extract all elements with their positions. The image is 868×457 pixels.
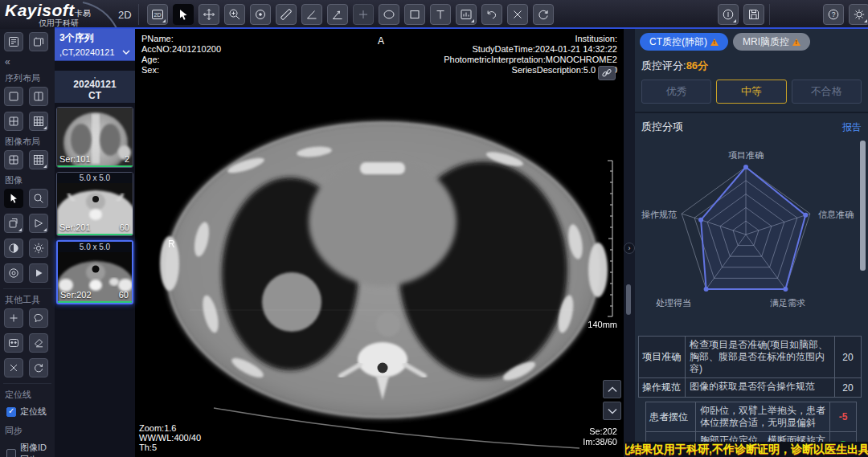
qc-panel-scrollbar-thumb[interactable] [860, 141, 866, 271]
row-deduction: -5 [830, 402, 856, 431]
disclaimer-banner: 此结果仅用于科研,不作诊断证明，诊断以医生出具的诊断 [625, 442, 868, 457]
study-select-dropdown[interactable]: ,CT,20240121 [55, 46, 135, 61]
tool-group-system: ? [823, 4, 868, 25]
length-tool-button[interactable] [276, 4, 297, 25]
windowing-tool-button[interactable] [250, 4, 271, 25]
image-pointer-button[interactable] [4, 189, 23, 208]
delete-annotation-button[interactable] [507, 4, 528, 25]
add-tool-button[interactable] [4, 308, 23, 328]
brightness-button[interactable] [29, 239, 48, 258]
thumbnail-series-202-selected[interactable]: 5.0 x 5.0 Ser:202 60 [56, 240, 133, 304]
study-group-modality: CT [55, 90, 135, 101]
scroll-up-button[interactable] [603, 380, 621, 398]
checkbox-image-id-sync[interactable]: 图像ID同步 [0, 439, 55, 457]
collapse-rail-button[interactable]: « [0, 53, 55, 67]
reset-view-button[interactable] [29, 358, 48, 377]
thumbnail-series-201[interactable]: 5.0 x 5.0 Ser:201 60 [56, 172, 133, 236]
overlay-age: Age: [141, 55, 221, 65]
image-layout-grid-button[interactable] [29, 150, 48, 169]
overlay-series-number: Se:202 [583, 426, 617, 437]
image-layout-2x2-button[interactable] [4, 150, 23, 169]
zoom-tool-button[interactable] [224, 4, 245, 25]
angle-tool-button[interactable] [301, 4, 322, 25]
annotation-list-button[interactable] [456, 4, 477, 25]
grade-medium-button[interactable]: 中等 [716, 80, 786, 104]
grade-buttons: 优秀 中等 不合格 [635, 78, 868, 112]
top-toolbar: Kayisoft卡易 仅用于科研 2D 2D [0, 0, 868, 29]
text-tool-button[interactable] [430, 4, 451, 25]
save-button[interactable] [743, 4, 764, 25]
thumbnail-series-label: Ser:201 [59, 222, 91, 232]
pan-tool-button[interactable] [199, 4, 219, 25]
help-button[interactable]: ? [823, 4, 844, 25]
clear-all-button[interactable] [4, 358, 23, 377]
magnify-button[interactable] [29, 189, 48, 208]
thumbnail-series-101[interactable]: Ser:101 2 [56, 107, 133, 168]
expand-panel-button[interactable]: › [624, 243, 635, 254]
reset-button[interactable] [533, 4, 554, 25]
play-button[interactable] [29, 263, 48, 283]
undo-button[interactable] [481, 4, 502, 25]
mode-2d-button[interactable]: 2D [147, 4, 168, 25]
tab-ct-lung-qc[interactable]: CT质控(肺部) [640, 33, 728, 51]
localizer-button[interactable] [4, 263, 23, 283]
qc-score-value: 86分 [686, 59, 708, 71]
main-image-viewport[interactable]: PName: AccNO:2401210200 Age: Sex: A Inst… [135, 29, 624, 457]
warning-icon [710, 39, 719, 46]
series-thumbnail-panel: 3个序列 ,CT,20240121 , 20240121 CT Ser:101 … [55, 29, 135, 457]
smart-search-button[interactable] [4, 333, 23, 353]
link-series-button[interactable] [598, 66, 616, 80]
overlay-sex: Sex: [141, 65, 221, 75]
qc-tabs: CT质控(肺部) MRI脑质控 [635, 29, 868, 51]
grade-excellent-button[interactable]: 优秀 [641, 80, 711, 104]
qc-radar-chart: 项目准确 信息准确 满足需求 处理得当 操作规范 [635, 132, 862, 334]
invert-contrast-button[interactable] [4, 239, 23, 258]
overlay-thickness: Th:5 [139, 443, 201, 452]
left-tool-rail: « 序列布局 图像布局 图像 其他工具 [0, 29, 55, 457]
rectangle-tool-button[interactable] [404, 4, 425, 25]
series-layout-grid-button[interactable] [29, 112, 48, 131]
chevron-up-icon [608, 386, 617, 393]
logo-swoosh-decoration [81, 1, 121, 30]
mode-2d-label: 2D [118, 9, 132, 21]
tab-mri-brain-qc[interactable]: MRI脑质控 [733, 33, 810, 51]
rotate-flip-button[interactable] [4, 214, 23, 233]
thumbnail-series-label: Ser:101 [59, 154, 91, 164]
checkbox-scout-lines[interactable]: 定位线 [0, 403, 55, 420]
checkbox-box [6, 449, 16, 457]
study-group-desc: , [55, 72, 135, 79]
row-description: 图像的获取是否符合操作规范 [686, 378, 835, 397]
qc-score-label: 质控评分: [641, 59, 686, 71]
radar-label-bottom-left: 处理得当 [656, 297, 691, 309]
study-group-date: 20240121 [55, 79, 135, 90]
scale-ruler [605, 160, 613, 317]
comment-tool-button[interactable] [29, 308, 48, 328]
series-layout-1x2-button[interactable] [29, 87, 48, 106]
series-layout-2x2-button[interactable] [4, 112, 23, 131]
toolbar-accent-line [55, 27, 868, 29]
app-window: Kayisoft卡易 仅用于科研 2D 2D [0, 0, 868, 457]
settings-button[interactable] [849, 4, 868, 25]
scroll-down-button[interactable] [603, 402, 621, 420]
point-tool-button[interactable] [353, 4, 374, 25]
grade-fail-button[interactable]: 不合格 [792, 80, 862, 104]
info-button[interactable] [718, 4, 739, 25]
row-score: 20 [835, 337, 861, 377]
overlay-wwwl: WW/WL:400/40 [139, 433, 201, 443]
overlay-photometric: PhotometricInterpretation:MONOCHROME2 [444, 55, 617, 65]
cine-play-button[interactable] [29, 214, 48, 233]
pointer-tool-button[interactable] [173, 4, 194, 25]
subtable-row-patient-position: 患者摆位 仰卧位，双臂上举抱头，患者体位摆放合适，无明显偏斜 -5 [646, 402, 856, 432]
panel-toggle-button[interactable] [29, 32, 48, 51]
viewer-scrollbar-thumb[interactable] [626, 284, 631, 315]
ellipse-tool-button[interactable] [379, 4, 399, 25]
row-name: 操作规范 [639, 378, 686, 397]
thumbnail-header: 5.0 x 5.0 [58, 242, 132, 252]
series-list-toggle-button[interactable] [4, 32, 23, 51]
cobb-angle-tool-button[interactable] [327, 4, 348, 25]
series-layout-1x1-button[interactable] [4, 87, 23, 106]
overlay-studydatetime: StudyDateTime:2024-01-21 14:32:22 [444, 44, 617, 55]
table-row-project-accuracy: 项目准确 检查项目是否准确(项目如脑部、胸部、腹部是否在标准的范围内容) 20 [638, 336, 862, 377]
study-group-header[interactable]: , 20240121 CT [55, 71, 135, 103]
eraser-tool-button[interactable] [29, 333, 48, 353]
